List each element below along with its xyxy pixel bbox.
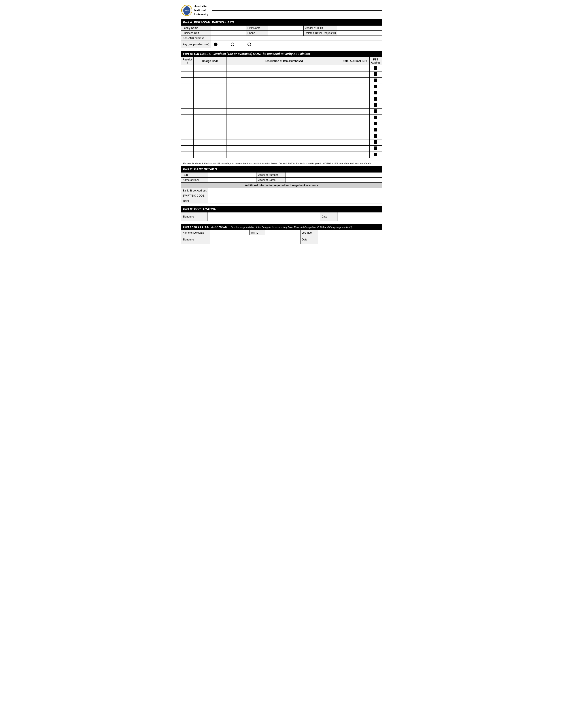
table-row: Business Unit Phone Related Travel Reque… [181, 30, 382, 36]
table-header-row: Receipt# Charge Code Description of Item… [181, 57, 382, 65]
fbt-checkbox[interactable] [374, 85, 377, 88]
university-name: Australian National University [194, 4, 208, 17]
table-row [181, 127, 382, 133]
delegate-date-label: Date [301, 235, 318, 244]
delegate-name-value[interactable] [210, 230, 250, 235]
page-header: ANU Australian National University [181, 4, 382, 17]
radio-option-1[interactable] [214, 43, 217, 46]
pay-group-label: Pay group (select one) [181, 41, 211, 48]
fbt-checkbox[interactable] [374, 72, 377, 76]
fbt-checkbox[interactable] [374, 140, 377, 144]
table-row: SWIFT/BIC CODE [181, 193, 382, 198]
anu-logo-icon: ANU [181, 5, 192, 16]
part-b-header: Part B: EXPENSES - Invoices (Tax or over… [181, 51, 382, 57]
table-row [181, 152, 382, 158]
part-a-section: Part A: PERSONAL PARTICULARS Family Name… [181, 19, 382, 48]
phone-label: Phone [246, 30, 268, 36]
fbt-checkbox[interactable] [374, 134, 377, 138]
account-number-value[interactable] [286, 172, 382, 177]
table-row [181, 65, 382, 71]
delegate-date-value[interactable] [318, 235, 382, 244]
name-of-bank-value[interactable] [208, 177, 257, 182]
fbt-checkbox[interactable] [374, 122, 377, 125]
part-a-header: Part A: PERSONAL PARTICULARS [181, 19, 382, 25]
account-name-value[interactable] [286, 177, 382, 182]
bank-notice: Former Students & Visitors: MUST provide… [181, 161, 382, 166]
col-total: Total AUD incl GST [341, 57, 369, 65]
fbt-checkbox[interactable] [374, 116, 377, 119]
part-d-section: Part D: DECLARATION Signature Date [181, 206, 382, 221]
table-row: BSB Account Number [181, 172, 382, 177]
fbt-checkbox[interactable] [374, 97, 377, 101]
family-name-label: Family Name [181, 25, 211, 30]
fbt-checkbox[interactable] [374, 103, 377, 107]
part-d-header: Part D: DECLARATION [181, 206, 382, 212]
swift-label: SWIFT/BIC CODE [181, 193, 208, 198]
swift-value[interactable] [208, 193, 382, 198]
signature-value[interactable] [208, 212, 320, 221]
fbt-checkbox[interactable] [374, 146, 377, 150]
table-row: Family Name First Name Vendor / Uni ID [181, 25, 382, 30]
part-a-table: Family Name First Name Vendor / Uni ID B… [181, 25, 382, 48]
col-description: Description of Item Purchased [227, 57, 341, 65]
foreign-bank-header: Additional information required for fore… [181, 182, 382, 188]
phone-value[interactable] [268, 30, 304, 36]
logo-area: ANU Australian National University [181, 4, 208, 17]
part-b-section: Part B: EXPENSES - Invoices (Tax or over… [181, 51, 382, 158]
vendor-id-value[interactable] [337, 25, 382, 30]
col-receipt: Receipt# [181, 57, 194, 65]
uni-id-label: Uni ID [250, 230, 265, 235]
vendor-id-label: Vendor / Uni ID [304, 25, 337, 30]
non-anu-label: Non-ANU address [181, 36, 211, 41]
fbt-checkbox[interactable] [374, 128, 377, 131]
fbt-checkbox[interactable] [374, 109, 377, 113]
iban-value[interactable] [208, 198, 382, 203]
table-row [181, 102, 382, 108]
table-row [181, 121, 382, 127]
date-value[interactable] [338, 212, 382, 221]
radio-option-3[interactable] [247, 43, 251, 46]
table-row: Name of Delegate Uni ID Job Title [181, 230, 382, 235]
table-row [181, 145, 382, 152]
table-row [181, 90, 382, 96]
table-row: Non-ANU address [181, 36, 382, 41]
radio-button-3[interactable] [247, 43, 251, 46]
business-unit-value[interactable] [211, 30, 246, 36]
header-divider [212, 10, 382, 11]
radio-option-2[interactable] [231, 43, 234, 46]
table-row: Bank Street Address [181, 188, 382, 193]
fbt-checkbox[interactable] [374, 91, 377, 94]
fbt-checkbox[interactable] [374, 153, 377, 156]
part-c-section: Part C: BANK DETAILS BSB Account Number … [181, 166, 382, 203]
table-row: Name of Bank Account Name [181, 177, 382, 182]
part-c-table: BSB Account Number Name of Bank Account … [181, 172, 382, 203]
fbt-checkbox[interactable] [374, 66, 377, 70]
radio-button-2[interactable] [231, 43, 234, 46]
bank-street-label: Bank Street Address [181, 188, 208, 193]
table-row: Signature Date [181, 212, 382, 221]
expense-rows [181, 65, 382, 158]
bsb-label: BSB [181, 172, 208, 177]
bank-street-value[interactable] [208, 188, 382, 193]
travel-request-label: Related Travel Request ID [304, 30, 337, 36]
family-name-value[interactable] [211, 25, 246, 30]
table-row [181, 84, 382, 90]
bsb-value[interactable] [208, 172, 257, 177]
non-anu-value[interactable] [211, 36, 382, 41]
travel-request-value[interactable] [337, 30, 382, 36]
table-row: Pay group (select one) [181, 41, 382, 48]
part-b-table: Receipt# Charge Code Description of Item… [181, 57, 382, 158]
delegate-signature-value[interactable] [210, 235, 301, 244]
table-row [181, 133, 382, 139]
signature-label: Signature [181, 212, 208, 221]
foreign-bank-header-row: Additional information required for fore… [181, 182, 382, 188]
table-row [181, 71, 382, 77]
radio-button-1[interactable] [214, 43, 217, 46]
account-number-label: Account Number [257, 172, 286, 177]
delegate-name-label: Name of Delegate [181, 230, 210, 235]
job-title-value[interactable] [318, 230, 382, 235]
fbt-checkbox[interactable] [374, 79, 377, 82]
first-name-value[interactable] [268, 25, 304, 30]
uni-id-value[interactable] [265, 230, 301, 235]
svg-text:ANU: ANU [184, 9, 189, 12]
